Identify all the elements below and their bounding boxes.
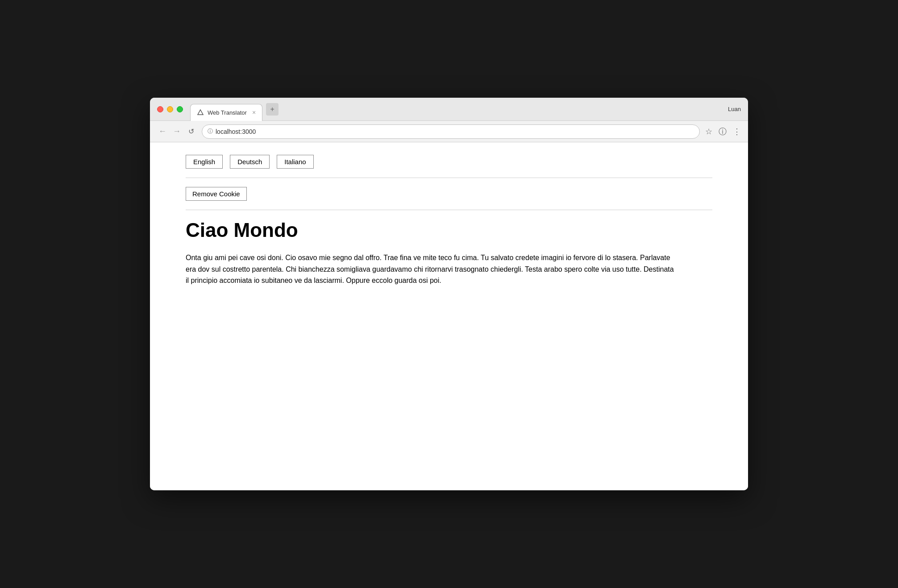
active-tab[interactable]: Web Translator × (190, 104, 262, 121)
divider-2 (186, 210, 712, 210)
cookie-section: Remove Cookie (186, 187, 712, 201)
url-bar[interactable]: ⓘ localhost:3000 (202, 124, 700, 139)
divider-1 (186, 178, 712, 178)
page-body-text: Onta giu ami pei cave osi doni. Cio osav… (186, 252, 677, 286)
page-heading: Ciao Mondo (186, 219, 712, 241)
info-icon[interactable]: ⓘ (719, 126, 727, 137)
tab-favicon (197, 109, 204, 116)
tab-title: Web Translator (208, 109, 247, 116)
user-label: Luan (728, 106, 741, 112)
new-tab-button[interactable]: + (266, 103, 279, 116)
close-button[interactable] (157, 106, 163, 112)
nav-buttons: ← → ↺ (157, 126, 196, 137)
minimize-button[interactable] (167, 106, 173, 112)
language-buttons: English Deutsch Italiano (186, 155, 712, 169)
maximize-button[interactable] (177, 106, 183, 112)
address-bar-actions: ☆ ⓘ ⋮ (705, 126, 741, 137)
back-button[interactable]: ← (157, 126, 168, 137)
address-bar: ← → ↺ ⓘ localhost:3000 ☆ ⓘ ⋮ (150, 121, 748, 142)
bookmark-icon[interactable]: ☆ (705, 127, 712, 137)
tab-area: Web Translator × + (190, 98, 728, 120)
browser-window: Web Translator × + Luan ← → ↺ ⓘ localhos… (150, 98, 748, 490)
remove-cookie-button[interactable]: Remove Cookie (186, 187, 247, 201)
traffic-lights (157, 106, 183, 112)
italiano-button[interactable]: Italiano (277, 155, 313, 169)
title-bar: Web Translator × + Luan (150, 98, 748, 121)
more-options-icon[interactable]: ⋮ (733, 127, 741, 137)
english-button[interactable]: English (186, 155, 223, 169)
refresh-button[interactable]: ↺ (186, 126, 196, 137)
forward-button[interactable]: → (171, 126, 182, 137)
url-text: localhost:3000 (216, 128, 256, 135)
page-content: English Deutsch Italiano Remove Cookie C… (150, 142, 748, 490)
tab-close-button[interactable]: × (252, 109, 256, 116)
svg-marker-0 (198, 110, 203, 115)
secure-icon: ⓘ (208, 128, 213, 135)
deutsch-button[interactable]: Deutsch (230, 155, 270, 169)
